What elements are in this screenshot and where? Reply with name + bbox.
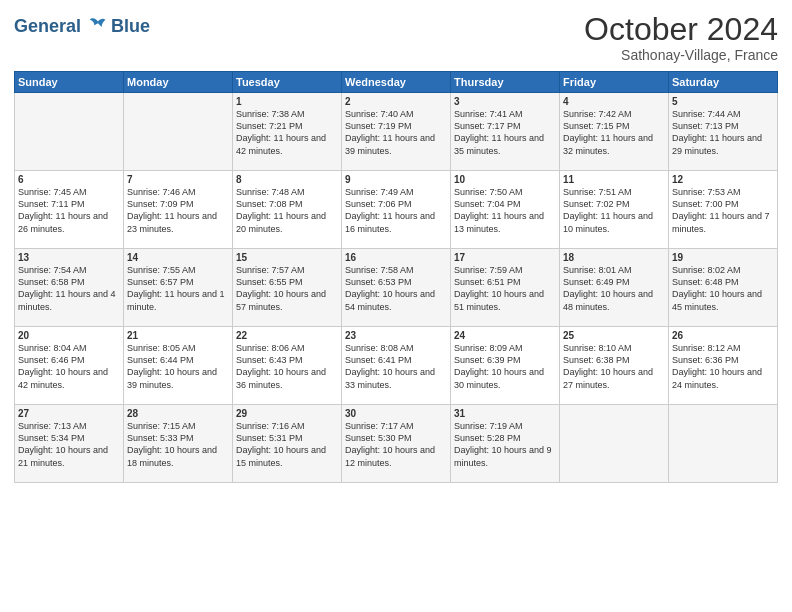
week-row-0: 1Sunrise: 7:38 AMSunset: 7:21 PMDaylight… bbox=[15, 93, 778, 171]
header-friday: Friday bbox=[560, 72, 669, 93]
cell-4-3: 30Sunrise: 7:17 AMSunset: 5:30 PMDayligh… bbox=[342, 405, 451, 483]
cell-2-1: 14Sunrise: 7:55 AMSunset: 6:57 PMDayligh… bbox=[124, 249, 233, 327]
cell-2-3: 16Sunrise: 7:58 AMSunset: 6:53 PMDayligh… bbox=[342, 249, 451, 327]
header-thursday: Thursday bbox=[451, 72, 560, 93]
logo-bird-icon bbox=[87, 16, 109, 38]
cell-3-6: 26Sunrise: 8:12 AMSunset: 6:36 PMDayligh… bbox=[669, 327, 778, 405]
cell-1-5: 11Sunrise: 7:51 AMSunset: 7:02 PMDayligh… bbox=[560, 171, 669, 249]
cell-2-4: 17Sunrise: 7:59 AMSunset: 6:51 PMDayligh… bbox=[451, 249, 560, 327]
logo-line2: Blue bbox=[111, 17, 150, 37]
cell-0-6: 5Sunrise: 7:44 AMSunset: 7:13 PMDaylight… bbox=[669, 93, 778, 171]
cell-1-4: 10Sunrise: 7:50 AMSunset: 7:04 PMDayligh… bbox=[451, 171, 560, 249]
cell-0-1 bbox=[124, 93, 233, 171]
cell-3-4: 24Sunrise: 8:09 AMSunset: 6:39 PMDayligh… bbox=[451, 327, 560, 405]
cell-0-3: 2Sunrise: 7:40 AMSunset: 7:19 PMDaylight… bbox=[342, 93, 451, 171]
month-title: October 2024 bbox=[584, 12, 778, 47]
header-tuesday: Tuesday bbox=[233, 72, 342, 93]
logo-line1: General bbox=[14, 16, 81, 36]
header-saturday: Saturday bbox=[669, 72, 778, 93]
cell-4-6 bbox=[669, 405, 778, 483]
cell-4-4: 31Sunrise: 7:19 AMSunset: 5:28 PMDayligh… bbox=[451, 405, 560, 483]
cell-3-0: 20Sunrise: 8:04 AMSunset: 6:46 PMDayligh… bbox=[15, 327, 124, 405]
week-row-4: 27Sunrise: 7:13 AMSunset: 5:34 PMDayligh… bbox=[15, 405, 778, 483]
header-monday: Monday bbox=[124, 72, 233, 93]
cell-1-2: 8Sunrise: 7:48 AMSunset: 7:08 PMDaylight… bbox=[233, 171, 342, 249]
logo: General Blue bbox=[14, 16, 150, 38]
calendar-table: Sunday Monday Tuesday Wednesday Thursday… bbox=[14, 71, 778, 483]
cell-2-5: 18Sunrise: 8:01 AMSunset: 6:49 PMDayligh… bbox=[560, 249, 669, 327]
header: General Blue October 2024 Sathonay-Villa… bbox=[14, 12, 778, 63]
header-sunday: Sunday bbox=[15, 72, 124, 93]
cell-4-1: 28Sunrise: 7:15 AMSunset: 5:33 PMDayligh… bbox=[124, 405, 233, 483]
header-wednesday: Wednesday bbox=[342, 72, 451, 93]
week-row-1: 6Sunrise: 7:45 AMSunset: 7:11 PMDaylight… bbox=[15, 171, 778, 249]
cell-1-3: 9Sunrise: 7:49 AMSunset: 7:06 PMDaylight… bbox=[342, 171, 451, 249]
cell-0-0 bbox=[15, 93, 124, 171]
location-subtitle: Sathonay-Village, France bbox=[584, 47, 778, 63]
cell-4-5 bbox=[560, 405, 669, 483]
cell-2-0: 13Sunrise: 7:54 AMSunset: 6:58 PMDayligh… bbox=[15, 249, 124, 327]
calendar-header-row: Sunday Monday Tuesday Wednesday Thursday… bbox=[15, 72, 778, 93]
cell-3-2: 22Sunrise: 8:06 AMSunset: 6:43 PMDayligh… bbox=[233, 327, 342, 405]
cell-2-6: 19Sunrise: 8:02 AMSunset: 6:48 PMDayligh… bbox=[669, 249, 778, 327]
logo-text: General bbox=[14, 16, 109, 38]
week-row-2: 13Sunrise: 7:54 AMSunset: 6:58 PMDayligh… bbox=[15, 249, 778, 327]
cell-1-6: 12Sunrise: 7:53 AMSunset: 7:00 PMDayligh… bbox=[669, 171, 778, 249]
title-area: October 2024 Sathonay-Village, France bbox=[584, 12, 778, 63]
cell-1-1: 7Sunrise: 7:46 AMSunset: 7:09 PMDaylight… bbox=[124, 171, 233, 249]
cell-4-0: 27Sunrise: 7:13 AMSunset: 5:34 PMDayligh… bbox=[15, 405, 124, 483]
cell-0-5: 4Sunrise: 7:42 AMSunset: 7:15 PMDaylight… bbox=[560, 93, 669, 171]
cell-0-2: 1Sunrise: 7:38 AMSunset: 7:21 PMDaylight… bbox=[233, 93, 342, 171]
cell-1-0: 6Sunrise: 7:45 AMSunset: 7:11 PMDaylight… bbox=[15, 171, 124, 249]
page: General Blue October 2024 Sathonay-Villa… bbox=[0, 0, 792, 612]
cell-3-3: 23Sunrise: 8:08 AMSunset: 6:41 PMDayligh… bbox=[342, 327, 451, 405]
cell-2-2: 15Sunrise: 7:57 AMSunset: 6:55 PMDayligh… bbox=[233, 249, 342, 327]
cell-0-4: 3Sunrise: 7:41 AMSunset: 7:17 PMDaylight… bbox=[451, 93, 560, 171]
cell-3-5: 25Sunrise: 8:10 AMSunset: 6:38 PMDayligh… bbox=[560, 327, 669, 405]
cell-3-1: 21Sunrise: 8:05 AMSunset: 6:44 PMDayligh… bbox=[124, 327, 233, 405]
cell-4-2: 29Sunrise: 7:16 AMSunset: 5:31 PMDayligh… bbox=[233, 405, 342, 483]
week-row-3: 20Sunrise: 8:04 AMSunset: 6:46 PMDayligh… bbox=[15, 327, 778, 405]
